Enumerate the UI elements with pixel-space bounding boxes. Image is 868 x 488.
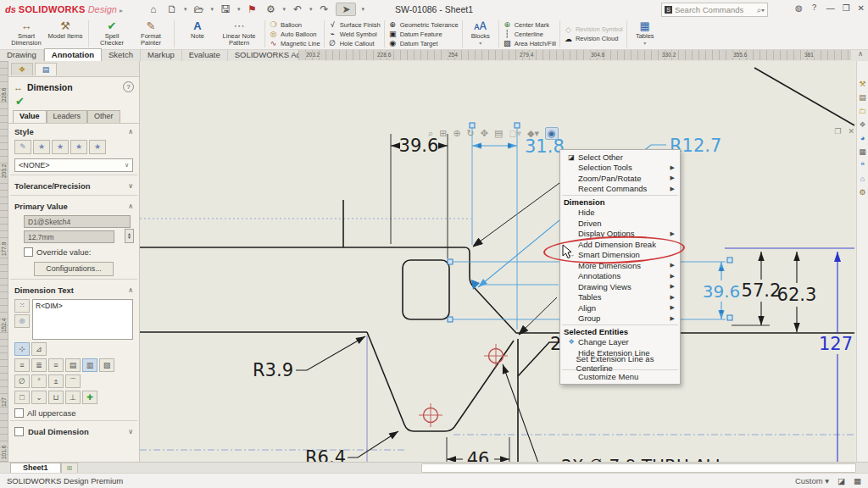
dual-dimension-section-header[interactable]: Dual Dimension∨ <box>8 424 139 438</box>
ribbon-hole-callout-button[interactable]: ∅Hole Callout <box>328 39 381 47</box>
view-settings-icon[interactable]: ◉ <box>545 127 559 140</box>
file-explorer-icon[interactable]: 🗀 <box>859 107 866 115</box>
ribbon-blocks-button[interactable]: 🗚 Blocks▾ <box>466 19 495 48</box>
display-style-icon[interactable]: ◆▾ <box>527 128 539 139</box>
ribbon-revision-cloud-button[interactable]: ☁Revision Cloud <box>564 35 623 43</box>
text-above-button[interactable]: ▤ <box>65 358 81 372</box>
countersink-symbol-button[interactable]: ⌄ <box>31 391 47 404</box>
drag-handle[interactable] <box>448 317 453 322</box>
tab-drawing[interactable]: Drawing <box>0 49 44 61</box>
dim-value-token-button[interactable]: ⁙ <box>14 299 30 313</box>
value-spinner[interactable]: ▲▼ <box>125 229 134 243</box>
ribbon-centerline-button[interactable]: ┆Centerline <box>503 30 556 38</box>
text-position-broken-leader-button[interactable]: ⊿ <box>31 342 47 356</box>
dimension-r6-4[interactable]: R6.4 <box>305 431 398 462</box>
grid-status-icon[interactable]: ▦ <box>854 476 861 485</box>
ribbon-weld-symbol-button[interactable]: ⌁Weld Symbol <box>328 30 381 38</box>
primary-value-section-header[interactable]: Primary Value∧ <box>8 198 139 213</box>
zoom-to-fit-icon[interactable]: ⌕ <box>428 128 433 139</box>
ribbon-spell-checker-button[interactable]: ✔ Spell Checker <box>92 19 131 48</box>
drag-handle[interactable] <box>727 315 732 320</box>
square-symbol-button[interactable]: □ <box>14 391 30 404</box>
custom-properties-icon[interactable]: ▦ <box>859 147 866 156</box>
home-icon[interactable]: ⌂ <box>147 3 160 15</box>
ribbon-collapse-icon[interactable]: ∧ <box>858 50 863 58</box>
undo-icon[interactable]: ↶ <box>291 3 304 15</box>
justify-left-button[interactable]: ≡ <box>14 358 30 372</box>
add-sheet-tab[interactable]: ⊞ <box>61 463 79 473</box>
settings-gear-icon[interactable]: ⚙ <box>264 3 277 15</box>
redo-icon[interactable]: ↷ <box>317 3 331 15</box>
rounded-square-cutout[interactable] <box>403 260 449 319</box>
logo-expand-icon[interactable]: ▸ <box>120 7 123 14</box>
tab-evaluate[interactable]: Evaluate <box>182 49 228 61</box>
dimension-text-area[interactable]: R<DIM> <box>32 299 133 340</box>
dimension-62-3[interactable]: 62.3 <box>777 252 817 332</box>
save-dropdown-icon[interactable]: ▾ <box>237 6 241 13</box>
tags-icon[interactable]: ◪ <box>837 476 845 485</box>
search-icon[interactable]: ⌕▾ <box>757 5 765 15</box>
dim-inspection-button[interactable]: ◎ <box>14 314 30 328</box>
dimension-text-section-header[interactable]: Dimension Text∧ <box>8 282 139 297</box>
property-manager-tab[interactable]: ▤ <box>35 63 57 75</box>
style-section-header[interactable]: Style∧ <box>8 124 139 138</box>
undo-dropdown-icon[interactable]: ▾ <box>309 6 313 13</box>
view-palette-icon[interactable]: ❖ <box>859 120 865 129</box>
menu-driven[interactable]: Driven <box>560 218 680 229</box>
text-below-button[interactable]: ▧ <box>99 358 114 372</box>
zoom-in-out-icon[interactable]: ⊕ <box>453 128 460 139</box>
ribbon-linear-note-pattern-button[interactable]: ⋯ Linear Note Pattern▾ <box>217 19 261 48</box>
menu-selection-tools[interactable]: Selection Tools▶ <box>560 163 680 174</box>
tab-other[interactable]: Other <box>87 110 120 123</box>
home-pane-icon[interactable]: ⌂ <box>860 175 865 183</box>
justify-center-button[interactable]: ≣ <box>31 358 47 372</box>
user-account-icon[interactable]: ◍ <box>795 3 803 13</box>
menu-change-layer[interactable]: ❖Change Layer <box>560 337 680 348</box>
new-dropdown-icon[interactable]: ▾ <box>184 6 187 13</box>
save-style-button[interactable]: ★ <box>70 140 87 154</box>
add-style-button[interactable]: ★ <box>33 140 50 154</box>
menu-customize-menu[interactable]: Customize Menu <box>560 371 680 382</box>
close-button[interactable]: ✕ <box>858 3 865 13</box>
rotate-view-icon[interactable]: ↻ <box>467 128 475 139</box>
text-position-solid-leader-button[interactable]: ⊹ <box>14 342 30 356</box>
menu-tables[interactable]: Tables▶ <box>560 292 680 303</box>
ribbon-magnetic-line-button[interactable]: ∿Magnetic Line <box>269 39 320 47</box>
ribbon-balloon-button[interactable]: ❍Balloon <box>269 20 320 29</box>
tab-annotation[interactable]: Annotation <box>44 48 102 61</box>
select-cursor-icon[interactable]: ➤ <box>336 3 356 16</box>
dimension-r3-9[interactable]: R3.9 <box>253 336 365 380</box>
minimize-button[interactable]: — <box>826 3 835 13</box>
tab-markup[interactable]: Markup <box>141 49 182 61</box>
open-dropdown-icon[interactable]: ▾ <box>210 6 214 13</box>
design-library-icon[interactable]: ▤ <box>859 93 866 102</box>
doc-restore-icon[interactable]: ❐ <box>834 127 841 136</box>
justify-right-button[interactable]: ≡ <box>48 358 64 372</box>
drag-handle[interactable] <box>448 259 453 264</box>
menu-drawing-views[interactable]: Drawing Views▶ <box>560 281 680 292</box>
menu-smart-dimension[interactable]: ↔Smart Dimension <box>560 250 680 261</box>
override-value-checkbox[interactable] <box>24 247 33 257</box>
text-inline-button[interactable]: ▥ <box>82 358 97 372</box>
drag-handle[interactable] <box>727 258 732 263</box>
menu-recent-commands[interactable]: Recent Commands▶ <box>560 184 680 195</box>
degree-symbol-button[interactable]: ° <box>31 374 47 388</box>
all-uppercase-checkbox[interactable] <box>14 408 24 418</box>
select-dropdown-icon[interactable]: ▾ <box>361 6 364 13</box>
configurations-button[interactable]: Configurations... <box>34 262 114 276</box>
ribbon-note-button[interactable]: A Note <box>178 19 217 48</box>
open-icon[interactable]: 🗁 <box>192 3 205 15</box>
ribbon-format-painter-button[interactable]: ✎ Format Painter <box>131 19 170 48</box>
more-symbols-button[interactable]: ✚ <box>82 391 97 404</box>
dimension-value-field[interactable]: 12.7mm <box>24 230 114 243</box>
depth-symbol-button[interactable]: ⊥ <box>65 391 81 404</box>
ribbon-geometric-tolerance-button[interactable]: ⊕Geometric Tolerance <box>388 20 459 29</box>
dimension-39-6-top[interactable]: 39.6 <box>391 134 448 258</box>
sheet1-tab[interactable]: Sheet1 <box>10 463 61 473</box>
help-icon[interactable]: ？ <box>810 2 819 14</box>
delete-style-button[interactable]: ★ <box>52 140 69 154</box>
counterbore-symbol-button[interactable]: ⊔ <box>48 391 64 404</box>
feature-manager-tab[interactable]: ❖ <box>11 63 33 75</box>
tab-sketch[interactable]: Sketch <box>102 49 141 61</box>
ok-check-icon[interactable]: ✔ <box>8 94 139 110</box>
